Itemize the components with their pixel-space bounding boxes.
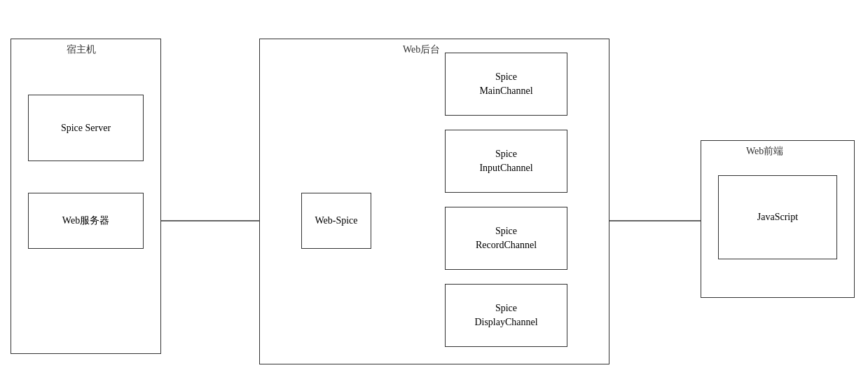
spice-main-channel-box: SpiceMainChannel [445,53,567,116]
web-server-label: Web服务器 [62,214,109,228]
spice-main-channel-label: SpiceMainChannel [479,70,532,97]
spice-server-label: Spice Server [61,121,111,135]
spice-server-box: Spice Server [28,95,144,161]
web-spice-box: Web-Spice [301,193,371,249]
spice-display-channel-label: SpiceDisplayChannel [474,301,537,329]
web-backend-label: Web后台 [403,43,440,56]
architecture-diagram: 宿主机 Spice Server Web服务器 Web后台 Web-Spice … [0,0,868,389]
javascript-label: JavaScript [757,210,798,224]
web-server-box: Web服务器 [28,193,144,249]
spice-record-channel-label: SpiceRecordChannel [476,224,537,252]
web-spice-label: Web-Spice [315,214,357,228]
spice-input-channel-label: SpiceInputChannel [479,147,532,175]
spice-record-channel-box: SpiceRecordChannel [445,207,567,270]
spice-display-channel-box: SpiceDisplayChannel [445,284,567,347]
spice-input-channel-box: SpiceInputChannel [445,130,567,193]
javascript-box: JavaScript [718,175,837,259]
web-frontend-label: Web前端 [746,145,783,158]
host-machine-label: 宿主机 [67,43,96,56]
